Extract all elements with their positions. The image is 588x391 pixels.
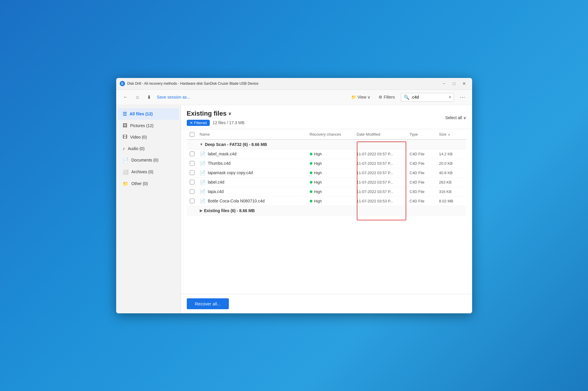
deep-scan-expand-icon: ▼ bbox=[200, 142, 203, 147]
search-icon: 🔍 bbox=[404, 94, 409, 100]
main-panel: Existing files ∨ ✕ Filtered 12 files / 1… bbox=[181, 105, 472, 313]
table-row: 📄 tapamask copy copy.c4d High 11-07-2022… bbox=[187, 168, 466, 178]
panel-header: Existing files ∨ ✕ Filtered 12 files / 1… bbox=[181, 105, 472, 129]
file-checkbox-1[interactable] bbox=[190, 161, 194, 166]
pictures-icon: 🖼 bbox=[123, 123, 127, 128]
archives-icon: ⬜ bbox=[123, 169, 129, 175]
select-all-chevron: ∨ bbox=[463, 115, 466, 120]
audio-icon: ♪ bbox=[123, 146, 125, 151]
file-doc-icon: 📄 bbox=[200, 151, 206, 157]
titlebar-controls: − □ ✕ bbox=[440, 80, 469, 87]
chevron-down-icon: ∨ bbox=[367, 95, 370, 99]
table-row: 📄 label.c4d High 11-07-2022 03:57 P... C… bbox=[187, 178, 466, 187]
panel-subtitle: ✕ Filtered 12 files / 17.3 MB bbox=[187, 120, 245, 126]
bottom-bar: Recover all... bbox=[181, 294, 472, 313]
sidebar-item-pictures-label: Pictures (12) bbox=[130, 123, 154, 128]
header-type: Type bbox=[407, 132, 437, 137]
folder-icon: 📁 bbox=[351, 95, 356, 99]
more-button[interactable]: ⋯ bbox=[457, 93, 467, 102]
table-wrapper: Name Recovery chances Date Modified Type bbox=[181, 129, 472, 294]
file-doc-icon: 📄 bbox=[200, 189, 206, 194]
existing-files-group-row[interactable]: ▶ Existing files (6) - 8.66 MB bbox=[187, 206, 466, 216]
file-doc-icon: 📄 bbox=[200, 198, 206, 204]
table-row: 📄 Thumbs.c4d High 11-07-2022 03:57 P... … bbox=[187, 159, 466, 168]
file-checkbox-5[interactable] bbox=[190, 199, 194, 203]
panel-title: Existing files ∨ bbox=[187, 110, 245, 117]
filter-icon: ⚙ bbox=[379, 95, 382, 99]
panel-title-chevron[interactable]: ∨ bbox=[228, 111, 231, 116]
titlebar-title: Disk Drill - All recovery methods - Hard… bbox=[127, 81, 440, 86]
filtered-badge[interactable]: ✕ Filtered bbox=[187, 120, 210, 126]
app-icon: D bbox=[120, 81, 125, 86]
sidebar-item-pictures[interactable]: 🖼 Pictures (12) bbox=[118, 120, 179, 131]
sidebar-item-other[interactable]: 📁 Other (0) bbox=[118, 178, 179, 189]
home-button[interactable]: ⌂ bbox=[134, 93, 141, 102]
main-window: D Disk Drill - All recovery methods - Ha… bbox=[116, 78, 472, 313]
recovery-dot-high bbox=[310, 190, 312, 193]
file-doc-icon: 📄 bbox=[200, 179, 206, 185]
existing-files-expand-icon: ▶ bbox=[200, 209, 202, 213]
select-all-checkbox[interactable] bbox=[190, 132, 194, 137]
filter-clear-icon: ✕ bbox=[190, 121, 193, 125]
toolbar: ← ⌂ ⬇ Save session as... 📁 View ∨ ⚙ Filt… bbox=[116, 90, 472, 105]
select-all-button[interactable]: Select all ∨ bbox=[445, 115, 466, 120]
maximize-button[interactable]: □ bbox=[450, 80, 459, 87]
size-sort-icon: ▲ bbox=[448, 133, 451, 136]
sidebar: ☰ All files (12) 🖼 Pictures (12) 🎞 Video… bbox=[116, 105, 181, 313]
table-row: 📄 tapa.c4d High 11-07-2022 03:57 P... C4… bbox=[187, 187, 466, 197]
file-doc-icon: 📄 bbox=[200, 161, 206, 166]
sidebar-item-archives[interactable]: ⬜ Archives (0) bbox=[118, 166, 179, 178]
other-icon: 📁 bbox=[123, 181, 129, 187]
filters-button[interactable]: ⚙ Filters bbox=[376, 93, 397, 101]
view-button[interactable]: 📁 View ∨ bbox=[349, 93, 373, 101]
save-session-button[interactable]: Save session as... bbox=[157, 95, 190, 99]
sidebar-item-all-files-label: All files (12) bbox=[130, 112, 153, 116]
recovery-dot-high bbox=[310, 153, 312, 155]
download-button[interactable]: ⬇ bbox=[145, 93, 153, 102]
search-box: 🔍 ✕ bbox=[401, 93, 454, 102]
table-row: 📄 label_mask.c4d High 11-07-2022 03:57 P… bbox=[187, 149, 466, 159]
header-size[interactable]: Size ▲ bbox=[437, 132, 466, 137]
file-count: 12 files / 17.3 MB bbox=[213, 120, 244, 125]
file-table: Name Recovery chances Date Modified Type bbox=[181, 129, 472, 294]
search-input[interactable] bbox=[411, 95, 447, 99]
header-date: Date Modified bbox=[354, 132, 407, 137]
documents-icon: 📄 bbox=[123, 157, 129, 163]
header-checkbox-cell bbox=[187, 132, 197, 137]
titlebar: D Disk Drill - All recovery methods - Ha… bbox=[116, 78, 472, 90]
sidebar-item-documents-label: Documents (0) bbox=[131, 158, 159, 162]
sidebar-item-documents[interactable]: 📄 Documents (0) bbox=[118, 154, 179, 166]
sidebar-item-audio[interactable]: ♪ Audio (0) bbox=[118, 143, 179, 154]
recovery-dot-high bbox=[310, 172, 312, 174]
panel-title-area: Existing files ∨ ✕ Filtered 12 files / 1… bbox=[187, 110, 245, 126]
toolbar-right: 📁 View ∨ ⚙ Filters 🔍 ✕ ⋯ bbox=[349, 93, 467, 102]
sidebar-item-video-label: Video (0) bbox=[130, 135, 147, 139]
file-checkbox-2[interactable] bbox=[190, 170, 194, 175]
file-checkbox-3[interactable] bbox=[190, 180, 194, 184]
content-area: ☰ All files (12) 🖼 Pictures (12) 🎞 Video… bbox=[116, 105, 472, 313]
sidebar-item-other-label: Other (0) bbox=[131, 181, 148, 186]
minimize-button[interactable]: − bbox=[440, 80, 449, 87]
recovery-dot-high bbox=[310, 181, 312, 184]
sidebar-item-audio-label: Audio (0) bbox=[128, 146, 145, 151]
recover-all-button[interactable]: Recover all... bbox=[187, 298, 229, 309]
recovery-dot-high bbox=[310, 162, 312, 165]
table-row: 📄 Bottle Coca-Cola N080710.c4d High 11-0… bbox=[187, 197, 466, 206]
table-header: Name Recovery chances Date Modified Type bbox=[187, 129, 466, 140]
sidebar-item-all-files[interactable]: ☰ All files (12) bbox=[118, 108, 179, 120]
file-checkbox-0[interactable] bbox=[190, 152, 194, 156]
header-name: Name bbox=[197, 132, 307, 137]
file-checkbox-4[interactable] bbox=[190, 189, 194, 194]
all-files-icon: ☰ bbox=[123, 111, 127, 117]
video-icon: 🎞 bbox=[123, 134, 127, 140]
close-button[interactable]: ✕ bbox=[460, 80, 469, 87]
deep-scan-group-row[interactable]: ▼ Deep Scan - FAT32 (6) - 8.66 MB bbox=[187, 140, 466, 149]
search-clear-button[interactable]: ✕ bbox=[448, 95, 452, 99]
file-doc-icon: 📄 bbox=[200, 170, 206, 176]
header-recovery: Recovery chances bbox=[307, 132, 354, 137]
sidebar-item-video[interactable]: 🎞 Video (0) bbox=[118, 132, 179, 143]
recovery-dot-high bbox=[310, 200, 312, 202]
sidebar-item-archives-label: Archives (0) bbox=[131, 169, 154, 174]
back-button[interactable]: ← bbox=[121, 93, 130, 102]
